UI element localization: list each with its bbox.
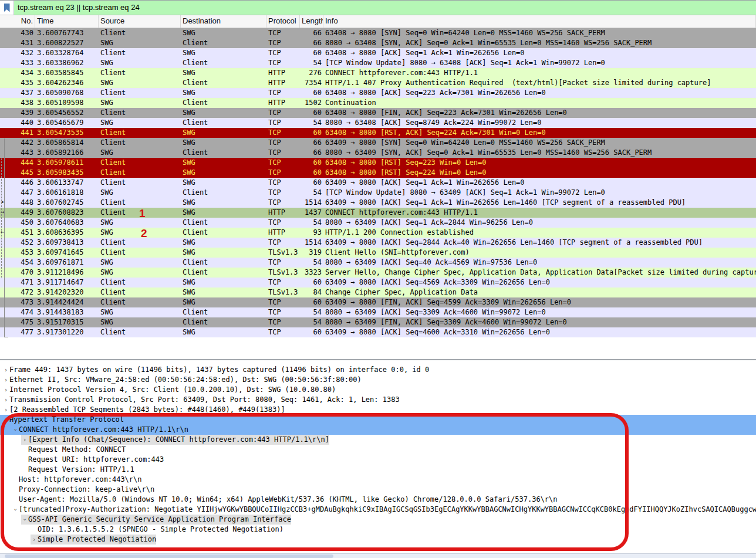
packet-row-451[interactable]: ←4513.608636395SWGClientHTTP93HTTP/1.1 2… bbox=[0, 228, 756, 238]
expander-collapsed-icon[interactable]: › bbox=[2, 365, 9, 375]
cell-pro: TCP bbox=[266, 158, 300, 168]
horizontal-scrollbar[interactable] bbox=[0, 553, 756, 558]
detail-line[interactable]: Host: httpforever.com:443\r\n bbox=[0, 475, 756, 485]
cell-len: 93 bbox=[300, 228, 323, 238]
detail-line[interactable]: ›[truncated]Proxy-Authorization: Negotia… bbox=[0, 505, 756, 515]
cell-dst: Client bbox=[181, 218, 266, 228]
detail-line[interactable]: Request URI: httpforever.com:443 bbox=[0, 455, 756, 465]
detail-line[interactable]: ›Hypertext Transfer Protocol bbox=[0, 415, 756, 425]
cell-len: 60 bbox=[300, 48, 323, 58]
cell-src: SWG bbox=[99, 38, 181, 48]
packet-row-442[interactable]: 4423.605865814ClientSWGTCP6663409 → 8080… bbox=[0, 138, 756, 148]
packet-row-470[interactable]: 4703.911218496SWGClientTLSv1.33323Server… bbox=[0, 268, 756, 278]
cell-src: Client bbox=[99, 198, 181, 208]
cell-src: Client bbox=[99, 178, 181, 188]
detail-text: [truncated]Proxy-Authorization: Negotiat… bbox=[19, 505, 756, 515]
packet-row-440[interactable]: 4403.605465679SWGClientTCP548080 → 63408… bbox=[0, 118, 756, 128]
cell-no: 433 bbox=[0, 58, 35, 68]
packet-row-430[interactable]: 4303.600767743ClientSWGTCP6663408 → 8080… bbox=[0, 28, 756, 38]
detail-line[interactable]: ›CONNECT httpforever.com:443 HTTP/1.1\r\… bbox=[0, 425, 756, 435]
cell-no: 430 bbox=[0, 28, 35, 38]
cell-src: Client bbox=[99, 248, 181, 258]
packet-row-434[interactable]: 4343.603585845ClientSWGHTTP276CONNECT ht… bbox=[0, 68, 756, 78]
detail-text: OID: 1.3.6.1.5.5.2 (SPNEGO - Simple Prot… bbox=[38, 525, 284, 535]
horizontal-scrollbar-thumb[interactable] bbox=[5, 554, 333, 558]
packet-row-444[interactable]: 4443.605978611ClientSWGTCP6063408 → 8080… bbox=[0, 158, 756, 168]
cell-info: 8080 → 63409 [SYN, ACK] Seq=0 Ack=1 Win=… bbox=[323, 148, 756, 158]
expander-collapsed-icon[interactable]: › bbox=[2, 395, 9, 405]
packet-row-439[interactable]: 4393.605456552ClientSWGTCP6063408 → 8080… bbox=[0, 108, 756, 118]
packet-row-441[interactable]: 4413.605473535ClientSWGTCP6063408 → 8080… bbox=[0, 128, 756, 138]
packet-row-453[interactable]: 4533.609741645ClientSWGTLSv1.3319Client … bbox=[0, 248, 756, 258]
detail-line[interactable]: ›Internet Protocol Version 4, Src: Clien… bbox=[0, 385, 756, 395]
column-header-no[interactable]: No. bbox=[0, 15, 35, 28]
cell-info: 8080 → 63408 [SYN, ACK] Seq=0 Ack=1 Win=… bbox=[323, 38, 756, 48]
detail-line[interactable]: User-Agent: Mozilla/5.0 (Windows NT 10.0… bbox=[0, 495, 756, 505]
cell-dst: SWG bbox=[181, 88, 266, 98]
expander-collapsed-icon[interactable]: › bbox=[21, 435, 28, 445]
column-header-info[interactable]: Info bbox=[323, 15, 756, 28]
column-header-destination[interactable]: Destination bbox=[181, 15, 266, 28]
cell-time: 3.605473535 bbox=[35, 128, 99, 138]
packet-row-477[interactable]: 4773.917301220ClientSWGTCP6063409 → 8080… bbox=[0, 327, 756, 337]
detail-line[interactable]: ›[2 Reassembled TCP Segments (2843 bytes… bbox=[0, 405, 756, 415]
related-packet-indicator: → bbox=[1, 208, 9, 218]
cell-pro: TCP bbox=[266, 218, 300, 228]
packet-row-450[interactable]: 4503.607640683SWGClientTCP548080 → 63409… bbox=[0, 218, 756, 228]
expander-collapsed-icon[interactable]: › bbox=[2, 375, 9, 385]
packet-row-449[interactable]: →4493.607608823ClientSWGHTTP1437CONNECT … bbox=[0, 208, 756, 218]
expander-collapsed-icon[interactable]: › bbox=[31, 535, 38, 545]
cell-info: 8080 → 63409 [FIN, ACK] Seq=3309 Ack=460… bbox=[323, 317, 756, 327]
cell-info: 8080 → 63408 [ACK] Seq=8749 Ack=224 Win=… bbox=[323, 118, 756, 128]
cell-pro: TCP bbox=[266, 238, 300, 248]
detail-line[interactable]: ›Simple Protected Negotiation bbox=[0, 535, 756, 545]
packet-row-447[interactable]: 4473.606161818SWGClientTCP54[TCP Window … bbox=[0, 188, 756, 198]
detail-line[interactable]: Request Version: HTTP/1.1 bbox=[0, 465, 756, 475]
cell-dst: Client bbox=[181, 98, 266, 108]
column-header-length[interactable]: Length bbox=[300, 15, 323, 28]
packet-row-443[interactable]: 4433.605892166SWGClientTCP668080 → 63409… bbox=[0, 148, 756, 158]
packet-row-435[interactable]: 4353.604262346SWGClientHTTP7354HTTP/1.1 … bbox=[0, 78, 756, 88]
cell-len: 1514 bbox=[300, 238, 323, 248]
detail-line[interactable]: ›Transmission Control Protocol, Src Port… bbox=[0, 395, 756, 405]
expander-expanded-icon[interactable]: › bbox=[20, 516, 30, 523]
detail-line[interactable]: ›[Expert Info (Chat/Sequence): CONNECT h… bbox=[0, 435, 756, 445]
cell-src: Client bbox=[99, 278, 181, 288]
packet-row-433[interactable]: 4333.603386962SWGClientTCP54[TCP Window … bbox=[0, 58, 756, 68]
expander-expanded-icon[interactable]: › bbox=[1, 417, 11, 424]
detail-line[interactable]: ›Ethernet II, Src: VMware_24:58:ed (00:5… bbox=[0, 375, 756, 385]
filter-bookmark-button[interactable] bbox=[0, 1, 14, 15]
expander-expanded-icon[interactable]: › bbox=[11, 506, 21, 513]
packet-row-438[interactable]: 4383.605109598SWGClientHTTP1502Continuat… bbox=[0, 98, 756, 108]
packet-row-448[interactable]: •4483.607602745ClientSWGTCP151463409 → 8… bbox=[0, 198, 756, 208]
cell-src: SWG bbox=[99, 78, 181, 88]
packet-row-471[interactable]: 4713.911714647ClientSWGTCP6063409 → 8080… bbox=[0, 278, 756, 288]
detail-text: Request URI: httpforever.com:443 bbox=[28, 455, 164, 465]
packet-row-446[interactable]: 4463.606133747ClientSWGTCP6063409 → 8080… bbox=[0, 178, 756, 188]
packet-row-445[interactable]: 4453.605983435ClientSWGTCP6063408 → 8080… bbox=[0, 168, 756, 178]
packet-row-437[interactable]: 4373.605090768ClientSWGTCP6063408 → 8080… bbox=[0, 88, 756, 98]
packet-row-474[interactable]: 4743.914438183SWGClientTCP548080 → 63409… bbox=[0, 307, 756, 317]
detail-line[interactable]: Request Method: CONNECT bbox=[0, 445, 756, 455]
detail-line[interactable]: ›Frame 449: 1437 bytes on wire (11496 bi… bbox=[0, 365, 756, 375]
column-header-time[interactable]: Time bbox=[35, 15, 99, 28]
packet-row-452[interactable]: 4523.609738413ClientSWGTCP151463409 → 80… bbox=[0, 238, 756, 248]
expander-collapsed-icon[interactable]: › bbox=[2, 385, 9, 395]
packet-row-454[interactable]: 4543.609761871SWGClientTCP548080 → 63409… bbox=[0, 258, 756, 268]
expander-collapsed-icon[interactable]: › bbox=[2, 405, 9, 415]
pane-splitter[interactable] bbox=[0, 359, 756, 360]
packet-row-472[interactable]: 4723.914202320ClientSWGTLSv1.384Change C… bbox=[0, 288, 756, 297]
cell-pro: TCP bbox=[266, 88, 300, 98]
cell-info: 63409 → 8080 [FIN, ACK] Seq=4599 Ack=330… bbox=[323, 297, 756, 307]
detail-line[interactable]: ›GSS-API Generic Security Service Applic… bbox=[0, 515, 756, 525]
packet-row-431[interactable]: 4313.600822527SWGClientTCP668080 → 63408… bbox=[0, 38, 756, 48]
packet-row-432[interactable]: 4323.603328764ClientSWGTCP6063408 → 8080… bbox=[0, 48, 756, 58]
detail-line[interactable]: OID: 1.3.6.1.5.5.2 (SPNEGO - Simple Prot… bbox=[0, 525, 756, 535]
packet-row-475[interactable]: 4753.915170315SWGClientTCP548080 → 63409… bbox=[0, 317, 756, 327]
detail-line[interactable]: Proxy-Connection: keep-alive\r\n bbox=[0, 485, 756, 495]
packet-row-473[interactable]: 4733.914424424ClientSWGTCP6063409 → 8080… bbox=[0, 297, 756, 307]
column-header-source[interactable]: Source bbox=[99, 15, 181, 28]
expander-expanded-icon[interactable]: › bbox=[11, 427, 21, 434]
column-header-protocol[interactable]: Protocol bbox=[266, 15, 300, 28]
display-filter-input[interactable]: tcp.stream eq 23 || tcp.stream eq 24 bbox=[14, 1, 756, 15]
